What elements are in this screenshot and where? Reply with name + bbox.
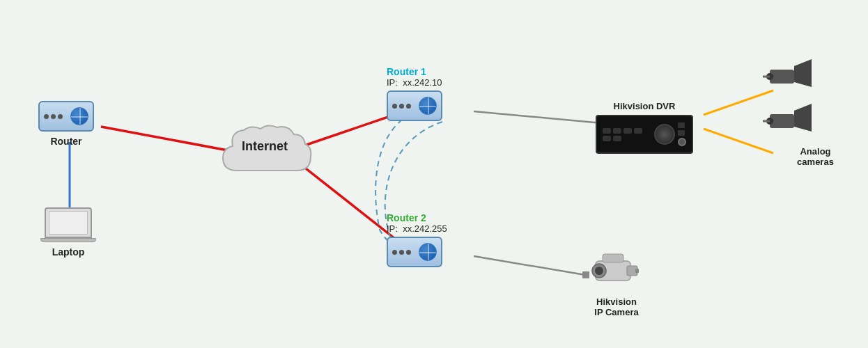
ipcam-label: HikvisionIP Camera [585, 296, 648, 317]
dvr-port2 [678, 130, 685, 136]
svg-line-7 [474, 256, 585, 275]
dvr-wheel [654, 124, 675, 145]
dvr-label: Hikvision DVR [614, 101, 676, 111]
svg-line-4 [474, 111, 603, 123]
router-left-icon [38, 101, 94, 132]
network-diagram: Router Laptop Internet Router 1 IP: xx.2… [0, 0, 868, 348]
dvr-node: Hikvision DVR [596, 101, 693, 154]
router2-dots [392, 250, 411, 255]
dvr-ports [678, 122, 686, 146]
router2-globe [419, 243, 437, 261]
analog-cam1-svg [763, 56, 819, 97]
svg-rect-13 [770, 114, 794, 128]
dot1 [44, 114, 49, 119]
laptop-label: Laptop [52, 246, 85, 258]
router1-group: Router 1 IP: xx.242.10 [387, 66, 442, 121]
laptop-icon [40, 207, 96, 242]
dvr-buttons [603, 128, 651, 141]
analog-cameras-label: Analogcameras [763, 146, 868, 167]
router-left-dots [44, 114, 63, 119]
router2-info: Router 2 IP: xx.242.255 [387, 212, 447, 234]
r1dot3 [406, 104, 411, 109]
router1-info: Router 1 IP: xx.242.10 [387, 66, 442, 88]
analog-cameras-group: Analogcameras [763, 56, 868, 167]
internet-label: Internet [242, 139, 288, 153]
laptop-screen-area [45, 207, 92, 238]
internet-node: Internet [216, 122, 313, 184]
svg-rect-22 [603, 254, 623, 262]
r1dot1 [392, 104, 397, 109]
r2dot1 [392, 250, 397, 255]
router-left-label: Router [50, 136, 82, 147]
router1-globe [419, 97, 437, 115]
svg-rect-21 [635, 269, 639, 273]
r2dot3 [406, 250, 411, 255]
router-left-globe [70, 107, 88, 125]
dot2 [51, 114, 56, 119]
dvr-btn1 [603, 128, 611, 134]
router1-icon [387, 90, 442, 121]
laptop-node: Laptop [40, 207, 96, 258]
r2dot2 [399, 250, 404, 255]
svg-marker-10 [794, 59, 812, 87]
svg-rect-9 [770, 70, 794, 84]
ipcam-node: HikvisionIP Camera [585, 251, 648, 317]
laptop-base [40, 238, 96, 242]
dvr-port1 [678, 122, 685, 128]
dvr-disc [678, 138, 686, 146]
router2-group: Router 2 IP: xx.242.255 [387, 212, 447, 267]
dvr-btn5 [603, 136, 611, 141]
router2-icon [387, 237, 442, 267]
router1-dots [392, 104, 411, 109]
router1-ip: IP: xx.242.10 [387, 77, 442, 88]
svg-point-19 [595, 267, 603, 275]
laptop-screen [49, 211, 88, 235]
router2-ip: IP: xx.242.255 [387, 223, 447, 234]
cloud-shape: Internet [216, 122, 313, 184]
dvr-btn6 [613, 136, 621, 141]
router-left-node: Router [38, 101, 94, 147]
dvr-btn4 [634, 128, 642, 134]
dvr-btn2 [613, 128, 621, 134]
r1dot2 [399, 104, 404, 109]
dvr-btn3 [623, 128, 632, 134]
router1-name: Router 1 [387, 66, 442, 77]
analog-cam2-svg [763, 100, 819, 142]
dvr-icon [596, 115, 693, 154]
internet-label-container: Internet [216, 139, 313, 154]
connection-lines [0, 0, 868, 348]
router2-name: Router 2 [387, 212, 447, 223]
dot3 [58, 114, 63, 119]
svg-marker-14 [794, 104, 812, 132]
ipcam-svg [585, 251, 648, 292]
